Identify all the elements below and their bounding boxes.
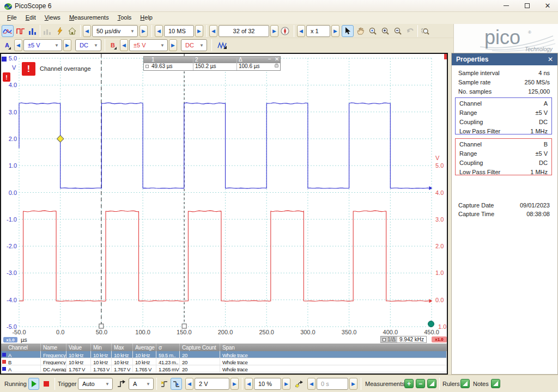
measurement-row[interactable]: BFrequency10 kHz10 kHz10 kHz10 kHz41.23 … [1, 358, 447, 365]
close-button[interactable]: ✕ [537, 0, 558, 11]
minimize-button[interactable] [496, 0, 517, 11]
column-header[interactable]: Name [41, 344, 66, 351]
frequency-legend[interactable]: 1/Δ 9.942 kHz [380, 336, 427, 343]
pretrigger-down[interactable]: ◀ [245, 378, 253, 390]
time-ruler-handle[interactable] [182, 324, 186, 328]
add-measurement-button[interactable]: + [404, 379, 414, 388]
properties-close-icon[interactable]: ✕ [548, 56, 553, 63]
trigger-marker[interactable] [57, 136, 64, 143]
rulers-button[interactable] [460, 379, 470, 388]
measurement-row[interactable]: ADC Average1.767 V1.763 V1.767 V1.765 V1… [1, 365, 447, 372]
stop-button[interactable] [41, 378, 52, 390]
column-header[interactable]: Max [112, 344, 133, 351]
zoom-overview-tool[interactable] [367, 25, 379, 37]
delay-down[interactable]: ◀ [307, 378, 316, 390]
trigger-level-down[interactable]: ◀ [185, 378, 193, 390]
notes-button[interactable] [491, 379, 500, 388]
menu-views[interactable]: Views [40, 12, 65, 23]
normal-selection-tool[interactable] [342, 25, 354, 37]
channel-a-menu-button[interactable]: A [2, 39, 13, 51]
delay-up[interactable]: ▶ [349, 378, 357, 390]
menu-file[interactable]: File [3, 12, 21, 23]
timebase-next-button[interactable]: ▶ [140, 25, 148, 37]
home-button[interactable] [66, 25, 78, 37]
trigger-level-up[interactable]: ▶ [231, 378, 239, 390]
menu-help[interactable]: Help [136, 12, 157, 23]
channel-a-coupling-select[interactable]: DC▼ [75, 39, 101, 51]
zoom-out-tool[interactable] [392, 25, 404, 37]
spectrum-view-button[interactable] [27, 25, 39, 37]
ruler-legend-checkbox[interactable] [145, 65, 149, 68]
timebase-select[interactable]: 50 µs/div▼ [92, 25, 138, 37]
samples-down-button[interactable]: ◀ [155, 25, 163, 37]
channel-b-range-up[interactable]: ▶ [169, 39, 177, 51]
probe-wizard-button[interactable] [54, 25, 66, 37]
measurement-row[interactable]: AFrequency10 kHz10 kHz10 kHz10 kHz59.5 m… [1, 351, 447, 358]
delay-input[interactable]: 0 s [317, 378, 348, 390]
zoom-out-step-button[interactable]: ◀ [297, 25, 305, 37]
menu-measurements[interactable]: Measurements [65, 12, 113, 23]
channel-a-range-up[interactable]: ▶ [63, 39, 71, 51]
channel-a-range-down[interactable]: ◀ [14, 39, 22, 51]
channel-b-menu-button[interactable]: B [107, 39, 118, 51]
column-header[interactable]: Capture Count [180, 344, 220, 351]
edit-measurement-button[interactable] [427, 379, 436, 388]
scope-view-button[interactable] [2, 25, 14, 37]
frequency-ruler-handle[interactable] [428, 321, 434, 327]
column-header[interactable]: Span [220, 344, 447, 351]
rising-edge-button[interactable] [159, 378, 170, 390]
channel-a-range-select[interactable]: ±5 V▼ [23, 39, 62, 51]
svg-text:4.0: 4.0 [9, 82, 17, 88]
ruler-legend-minimize[interactable]: − [268, 56, 271, 62]
column-header[interactable]: σ [156, 344, 180, 351]
ruler-lock-icon[interactable] [275, 64, 278, 68]
svg-text:V: V [12, 64, 16, 71]
hand-tool[interactable] [354, 25, 366, 37]
buffer-navigator-button[interactable] [279, 25, 291, 37]
scope-plot[interactable]: 5.04.03.02.01.00.0-1.0-2.0-3.0-4.0-5.0V5… [1, 54, 447, 335]
buffer-next-button[interactable]: ▶ [270, 25, 278, 37]
trigger-level-input[interactable]: 2 V [195, 378, 229, 390]
remove-measurement-button[interactable]: − [416, 379, 425, 388]
marquee-zoom-tool[interactable] [419, 25, 431, 37]
ruler-legend-header[interactable]: 1 2 Δ − ✕ [144, 57, 280, 63]
column-header[interactable]: Min [91, 344, 112, 351]
signal-generator-button[interactable] [215, 39, 229, 51]
maximize-button[interactable] [517, 0, 537, 11]
table-cell: Frequency [41, 358, 66, 365]
buffer-prev-button[interactable]: ◀ [209, 25, 217, 37]
pretrigger-up[interactable]: ▶ [282, 378, 290, 390]
persistence-view-button[interactable] [15, 25, 27, 37]
ruler-legend[interactable]: 1 2 Δ − ✕ 49.63 µs 150.2 µs 100.6 µs [143, 56, 281, 71]
x-scale-badge[interactable]: x1.0 [3, 337, 17, 342]
menu-tools[interactable]: Tools [113, 12, 136, 23]
pretrigger-input[interactable]: 10 % [254, 378, 281, 390]
channel-b-range-select[interactable]: ±5 V▼ [129, 39, 168, 51]
channel-b-coupling-select[interactable]: DC▼ [181, 39, 207, 51]
trigger-edge-setup-button[interactable] [115, 378, 127, 390]
zoom-in-step-button[interactable]: ▶ [331, 25, 339, 37]
alarms-button[interactable] [41, 25, 53, 37]
column-header[interactable]: Channel [1, 344, 41, 351]
undo-zoom-button[interactable] [404, 25, 416, 37]
channel-a-axis-handle[interactable] [2, 57, 7, 62]
zoom-factor[interactable]: x 1 [306, 25, 330, 37]
trigger-mode-select[interactable]: Auto▼ [78, 378, 113, 390]
column-header[interactable]: Value [66, 344, 91, 351]
timebase-prev-button[interactable]: ◀ [83, 25, 91, 37]
column-header[interactable]: Average [133, 344, 156, 351]
zoom-in-tool[interactable] [379, 25, 391, 37]
buffer-indicator[interactable]: 32 of 32 [219, 25, 269, 37]
start-button[interactable] [28, 378, 39, 390]
channel-b-range-down[interactable]: ◀ [120, 39, 128, 51]
samples-select[interactable]: 10 MS [164, 25, 194, 37]
frequency-legend-checkbox[interactable] [383, 338, 386, 341]
menu-edit[interactable]: Edit [21, 12, 40, 23]
time-ruler-handle[interactable] [99, 324, 104, 328]
falling-edge-button[interactable] [171, 378, 182, 390]
y-scale-badge[interactable]: x1.0 [432, 336, 447, 342]
trigger-marker-button[interactable] [293, 378, 305, 390]
trigger-source-select[interactable]: A▼ [129, 378, 154, 390]
ruler-legend-close[interactable]: ✕ [275, 56, 279, 62]
samples-up-button[interactable]: ▶ [195, 25, 203, 37]
